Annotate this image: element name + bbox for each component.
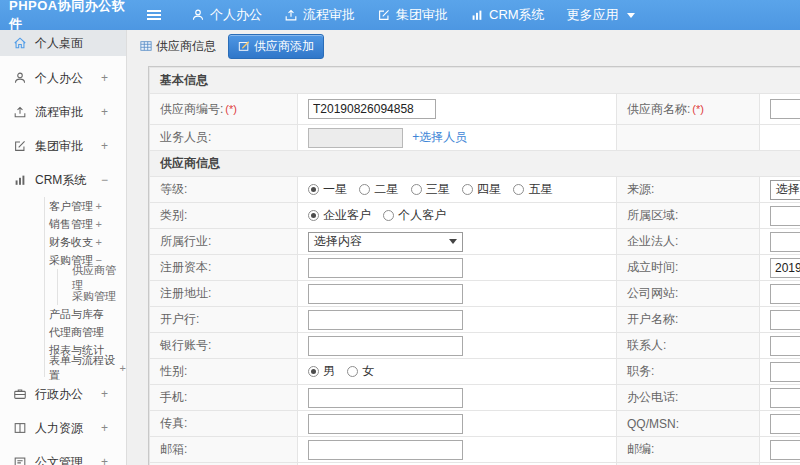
- sidebar-item-customer-mgmt[interactable]: 客户管理 +: [45, 197, 126, 215]
- person-icon: [191, 8, 205, 22]
- region-label: 所属区域:: [617, 203, 760, 229]
- email-input[interactable]: [308, 440, 463, 460]
- registered-address-label: 注册地址:: [150, 281, 298, 307]
- postcode-input[interactable]: [770, 440, 800, 460]
- company-website-input[interactable]: [770, 284, 800, 304]
- source-select[interactable]: 选择内容: [770, 180, 800, 200]
- established-date-input[interactable]: [770, 258, 800, 278]
- radio-level-5star[interactable]: 五星: [513, 181, 552, 198]
- business-person-input[interactable]: [308, 128, 403, 148]
- radio-category-enterprise[interactable]: 企业客户: [308, 207, 371, 224]
- sidebar-item-supplier-mgmt[interactable]: 供应商管理: [57, 269, 126, 287]
- office-phone-input[interactable]: [770, 388, 800, 408]
- tab-supplier-add[interactable]: 供应商添加: [228, 34, 324, 59]
- sidebar-item-desktop[interactable]: 个人桌面: [0, 30, 126, 56]
- source-label: 来源:: [617, 177, 760, 203]
- supplier-name-label: 供应商名称:(*): [617, 94, 760, 125]
- fax-label: 传真:: [150, 411, 298, 437]
- bank-account-input[interactable]: [308, 336, 463, 356]
- nav-workflow-approval[interactable]: 流程审批: [273, 0, 366, 30]
- radio-level-3star[interactable]: 三星: [411, 181, 450, 198]
- position-label: 职务:: [617, 359, 760, 385]
- source-cell: 选择内容: [760, 177, 800, 203]
- registered-capital-label: 注册资本:: [150, 255, 298, 281]
- add-pencil-icon: [238, 40, 250, 52]
- region-input[interactable]: [770, 206, 800, 226]
- radio-icon: [462, 184, 473, 195]
- level-cell: 一星 二星 三星 四星 五星: [298, 177, 617, 203]
- book-icon: [12, 420, 28, 436]
- upload-icon: [12, 104, 28, 120]
- sidebar-item-form-workflow-settings[interactable]: 表单与流程设置 +: [45, 359, 126, 377]
- tab-supplier-info[interactable]: 供应商信息: [134, 35, 222, 58]
- office-phone-label: 办公电话:: [617, 385, 760, 411]
- mobile-label: 手机:: [150, 385, 298, 411]
- gender-cell: 男 女: [298, 359, 617, 385]
- email-label: 邮箱:: [150, 437, 298, 463]
- bank-branch-input[interactable]: [308, 310, 463, 330]
- category-label: 类别:: [150, 203, 298, 229]
- chart-icon: [12, 172, 28, 188]
- industry-select[interactable]: 选择内容: [308, 232, 463, 252]
- home-icon: [12, 35, 28, 51]
- topbar: PHPOA协同办公软件 个人办公 流程审批 集团审批 CRM系统 更多应用: [0, 0, 800, 30]
- nav-more-apps[interactable]: 更多应用: [556, 0, 646, 30]
- upload-icon: [284, 8, 298, 22]
- nav-crm-system[interactable]: CRM系统: [459, 0, 556, 30]
- radio-level-1star[interactable]: 一星: [308, 181, 347, 198]
- contact-person-input[interactable]: [770, 336, 800, 356]
- radio-gender-female[interactable]: 女: [347, 363, 374, 380]
- main-content: 供应商信息 供应商添加 基本信息 供应商编号:(*) 供应商名称:(*) 业务人…: [128, 30, 800, 465]
- edit-icon: [12, 138, 28, 154]
- supplier-form-panel: 基本信息 供应商编号:(*) 供应商名称:(*) 业务人员: +选择人员 供应商…: [148, 66, 800, 465]
- sidebar-item-sales-mgmt[interactable]: 销售管理 +: [45, 215, 126, 233]
- supplier-name-cell: [760, 94, 800, 125]
- radio-icon: [347, 366, 358, 377]
- radio-category-individual[interactable]: 个人客户: [383, 207, 446, 224]
- nav-personal-office[interactable]: 个人办公: [180, 0, 273, 30]
- sidebar-item-group-approval[interactable]: 集团审批 +: [0, 134, 126, 158]
- radio-gender-male[interactable]: 男: [308, 363, 335, 380]
- supplier-form: 基本信息 供应商编号:(*) 供应商名称:(*) 业务人员: +选择人员 供应商…: [149, 67, 800, 465]
- category-cell: 企业客户 个人客户: [298, 203, 617, 229]
- sidebar: 个人桌面 个人办公 + 流程审批 + 集团审批 + CRM系统 − 客户管理 +…: [0, 30, 127, 465]
- sidebar-item-products-inventory[interactable]: 产品与库存 +: [45, 305, 126, 323]
- radio-icon: [411, 184, 422, 195]
- qq-msn-label: QQ/MSN:: [617, 411, 760, 437]
- supplier-code-label: 供应商编号:(*): [150, 94, 298, 125]
- table-icon: [140, 40, 152, 52]
- top-navigation: 个人办公 流程审批 集团审批 CRM系统 更多应用: [180, 0, 646, 30]
- sidebar-item-workflow-approval[interactable]: 流程审批 +: [0, 100, 126, 124]
- sidebar-item-finance[interactable]: 财务收支 +: [45, 233, 126, 251]
- briefcase-icon: [12, 386, 28, 402]
- fax-input[interactable]: [308, 414, 463, 434]
- sidebar-item-personal-office[interactable]: 个人办公 +: [0, 66, 126, 90]
- qq-msn-input[interactable]: [770, 414, 800, 434]
- sidebar-item-crm-system[interactable]: CRM系统 −: [0, 168, 126, 192]
- mobile-input[interactable]: [308, 388, 463, 408]
- postcode-label: 邮编:: [617, 437, 760, 463]
- menu-toggle-button[interactable]: [144, 0, 164, 30]
- radio-icon: [383, 210, 394, 221]
- sidebar-item-human-resources[interactable]: 人力资源 +: [0, 416, 126, 440]
- select-person-link[interactable]: +选择人员: [412, 130, 467, 144]
- level-label: 等级:: [150, 177, 298, 203]
- sidebar-item-agent-mgmt[interactable]: 代理商管理 +: [45, 323, 126, 341]
- registered-capital-input[interactable]: [308, 258, 463, 278]
- radio-icon: [359, 184, 370, 195]
- account-name-input[interactable]: [770, 310, 800, 330]
- registered-address-input[interactable]: [308, 284, 463, 304]
- legal-person-cell: [760, 229, 800, 255]
- legal-person-input[interactable]: [770, 232, 800, 252]
- radio-level-2star[interactable]: 二星: [359, 181, 398, 198]
- bank-account-label: 银行账号:: [150, 333, 298, 359]
- nav-group-approval[interactable]: 集团审批: [366, 0, 459, 30]
- sidebar-item-purchasing[interactable]: 采购管理: [57, 287, 126, 305]
- radio-level-4star[interactable]: 四星: [462, 181, 501, 198]
- supplier-code-input[interactable]: [308, 99, 436, 119]
- sidebar-item-document-mgmt[interactable]: 公文管理 +: [0, 450, 126, 465]
- supplier-name-input[interactable]: [770, 99, 800, 119]
- position-input[interactable]: [770, 362, 800, 382]
- sidebar-item-admin-office[interactable]: 行政办公 +: [0, 382, 126, 406]
- hamburger-icon: [147, 14, 161, 16]
